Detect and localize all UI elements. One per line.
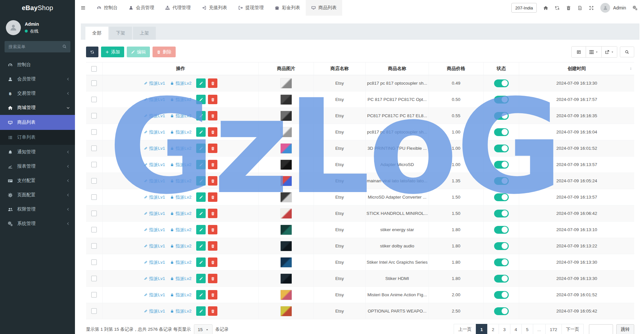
status-toggle[interactable] (494, 96, 509, 104)
select-all-checkbox[interactable] (91, 66, 97, 72)
edit-row-button[interactable] (196, 274, 206, 283)
assign-lv1-link[interactable]: 指派Lv1 (144, 227, 165, 233)
assign-lv2-link[interactable]: 指派Lv2 (170, 243, 192, 249)
delete-row-button[interactable] (208, 306, 217, 316)
delete-button[interactable]: 删除 (153, 47, 176, 57)
fullscreen-icon[interactable] (589, 6, 594, 10)
row-checkbox[interactable] (91, 211, 97, 216)
next-page-button[interactable]: 下一页 (562, 324, 584, 334)
status-toggle[interactable] (494, 145, 509, 152)
row-checkbox[interactable] (91, 80, 97, 86)
product-image[interactable] (280, 143, 292, 154)
sidebar-item-users[interactable]: 权限管理 (0, 202, 75, 216)
assign-lv1-link[interactable]: 指派Lv1 (144, 178, 165, 184)
edit-row-button[interactable] (196, 111, 206, 120)
row-checkbox[interactable] (91, 227, 97, 232)
product-image[interactable] (280, 111, 292, 121)
delete-row-button[interactable] (208, 241, 217, 251)
edit-row-button[interactable] (196, 241, 206, 251)
delete-row-button[interactable] (208, 290, 217, 299)
row-checkbox[interactable] (91, 194, 97, 200)
sidebar-item-gear[interactable]: 页面配置 (0, 188, 75, 202)
nav-tab-gift[interactable]: 彩金列表 (269, 0, 306, 16)
status-toggle[interactable] (494, 128, 509, 136)
edit-row-button[interactable] (196, 160, 206, 169)
delete-row-button[interactable] (208, 257, 217, 267)
assign-lv1-link[interactable]: 指派Lv1 (144, 162, 165, 168)
edit-row-button[interactable] (196, 144, 206, 153)
page-size-select[interactable]: 15 (194, 324, 212, 334)
product-image[interactable] (280, 176, 292, 186)
edit-row-button[interactable] (196, 176, 206, 186)
row-checkbox[interactable] (91, 113, 97, 118)
status-toggle[interactable] (494, 161, 509, 169)
nav-tab-signin[interactable]: 充值列表 (196, 0, 233, 16)
assign-lv1-link[interactable]: 指派Lv1 (144, 97, 165, 103)
status-toggle[interactable] (494, 291, 509, 299)
sidebar-item-creditcard[interactable]: 支付配置 (0, 174, 75, 188)
product-image[interactable] (280, 127, 292, 137)
product-image[interactable] (280, 306, 292, 316)
toggle-view-button[interactable] (572, 47, 586, 57)
page-button-3[interactable]: 3 (499, 324, 510, 334)
assign-lv1-link[interactable]: 指派Lv1 (144, 194, 165, 200)
sort-icon[interactable] (629, 67, 633, 71)
nav-tab-signout[interactable]: 提现管理 (233, 0, 269, 16)
assign-lv1-link[interactable]: 指派Lv1 (144, 308, 165, 314)
row-checkbox[interactable] (91, 276, 97, 281)
product-image[interactable] (280, 94, 292, 105)
status-toggle[interactable] (494, 112, 509, 120)
assign-lv1-link[interactable]: 指派Lv1 (144, 113, 165, 119)
status-toggle[interactable] (494, 275, 509, 283)
edit-row-button[interactable] (196, 225, 206, 234)
row-checkbox[interactable] (91, 178, 97, 184)
search-icon[interactable] (62, 44, 67, 49)
edit-row-button[interactable] (196, 192, 206, 202)
delete-row-button[interactable] (208, 144, 217, 153)
assign-lv1-link[interactable]: 指派Lv1 (144, 292, 165, 298)
assign-lv2-link[interactable]: 指派Lv2 (170, 292, 192, 298)
delete-row-button[interactable] (208, 95, 217, 104)
sidebar-item-member[interactable]: 会员管理 (0, 72, 75, 86)
delete-row-button[interactable] (208, 192, 217, 202)
sidebar-toggle-button[interactable] (75, 0, 91, 16)
status-toggle[interactable] (494, 193, 509, 201)
nav-tab-sitemap[interactable]: 代理管理 (160, 0, 196, 16)
row-checkbox[interactable] (91, 162, 97, 167)
assign-lv2-link[interactable]: 指派Lv2 (170, 259, 192, 265)
row-checkbox[interactable] (91, 129, 97, 135)
product-image[interactable] (280, 273, 292, 284)
status-toggle[interactable] (494, 210, 509, 217)
edit-row-button[interactable] (196, 306, 206, 316)
add-button[interactable]: 添加 (101, 47, 124, 57)
status-toggle[interactable] (494, 307, 509, 315)
edit-row-button[interactable] (196, 127, 206, 137)
assign-lv2-link[interactable]: 指派Lv2 (170, 146, 192, 151)
assign-lv1-link[interactable]: 指派Lv1 (144, 259, 165, 265)
assign-lv2-link[interactable]: 指派Lv2 (170, 211, 192, 216)
menu-search-input[interactable] (5, 41, 70, 52)
assign-lv2-link[interactable]: 指派Lv2 (170, 129, 192, 135)
clear-cache-icon[interactable] (578, 6, 582, 10)
navbar-user[interactable]: Admin (600, 3, 626, 13)
assign-lv1-link[interactable]: 指派Lv1 (144, 129, 165, 135)
status-toggle[interactable] (494, 79, 509, 87)
edit-row-button[interactable] (196, 95, 206, 104)
assign-lv2-link[interactable]: 指派Lv2 (170, 227, 192, 233)
product-image[interactable] (280, 257, 292, 268)
assign-lv2-link[interactable]: 指派Lv2 (170, 113, 192, 119)
row-checkbox[interactable] (91, 308, 97, 314)
sidebar-item-gauge[interactable]: 控制台 (0, 58, 75, 72)
status-toggle[interactable] (494, 177, 509, 185)
row-checkbox[interactable] (91, 243, 97, 249)
filter-tab[interactable]: 上架 (133, 27, 156, 40)
page-button-5[interactable]: 5 (521, 324, 533, 334)
filter-tab[interactable]: 全部 (85, 27, 108, 40)
delete-row-button[interactable] (208, 127, 217, 137)
search-toggle-button[interactable] (620, 47, 634, 57)
row-checkbox[interactable] (91, 259, 97, 265)
sidebar-item-list[interactable]: 订单列表 (0, 130, 75, 145)
columns-button[interactable] (586, 47, 602, 57)
refresh-icon[interactable] (555, 6, 560, 10)
assign-lv2-link[interactable]: 指派Lv2 (170, 80, 192, 86)
